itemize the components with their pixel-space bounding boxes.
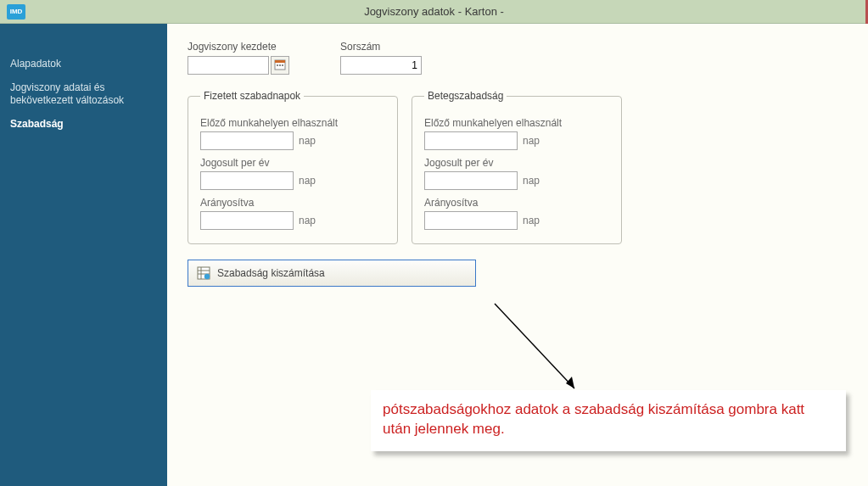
input-sick-year[interactable] [424, 171, 518, 190]
svg-rect-3 [279, 64, 281, 66]
svg-line-10 [495, 304, 574, 388]
unit-sick-year: nap [523, 175, 540, 187]
unit-sick-prev: nap [523, 135, 540, 147]
svg-marker-11 [566, 377, 574, 388]
calculate-button-label: Szabadság kiszámítása [217, 267, 325, 279]
unit-paid-prorated: nap [299, 215, 316, 226]
svg-rect-1 [275, 60, 285, 63]
sidebar-item-jogviszony-valtozasok[interactable]: Jogviszony adatai és bekövetkezett válto… [10, 76, 157, 113]
annotation-arrow-icon [490, 299, 591, 400]
svg-rect-2 [277, 64, 278, 66]
label-sorszam: Sorszám [340, 41, 422, 53]
label-sick-prev: Előző munkahelyen elhasznált [424, 117, 609, 129]
input-paid-prorated[interactable] [200, 211, 294, 230]
legend-fizetett: Fizetett szabadnapok [200, 90, 304, 102]
window-title: Jogviszony adatok - Karton - [0, 5, 868, 18]
label-sick-prorated: Arányosítva [424, 197, 609, 209]
input-paid-prev[interactable] [200, 131, 294, 150]
annotation-text: pótszabadságokhoz adatok a szabadság kis… [383, 401, 804, 437]
label-paid-year: Jogosult per év [200, 157, 385, 169]
calendar-button[interactable] [271, 56, 289, 75]
svg-rect-4 [282, 64, 283, 66]
group-fizetett-szabadnapok: Fizetett szabadnapok Előző munkahelyen e… [188, 90, 398, 244]
input-jogviszony-kezdete[interactable] [188, 56, 269, 75]
input-sorszam[interactable] [340, 56, 422, 75]
group-betegszabadsag: Betegszabadság Előző munkahelyen elhaszn… [412, 90, 622, 244]
legend-beteg: Betegszabadság [424, 90, 507, 102]
input-paid-year[interactable] [200, 171, 294, 190]
sidebar: Alapadatok Jogviszony adatai és bekövetk… [0, 24, 167, 486]
label-paid-prorated: Arányosítva [200, 197, 385, 209]
table-calc-icon [197, 266, 210, 280]
input-sick-prorated[interactable] [424, 211, 518, 230]
calendar-icon [274, 59, 286, 73]
titlebar: IMD Jogviszony adatok - Karton - [0, 0, 868, 24]
label-paid-prev: Előző munkahelyen elhasznált [200, 117, 385, 129]
unit-paid-year: nap [299, 175, 316, 187]
field-sorszam: Sorszám [340, 41, 422, 75]
svg-point-9 [204, 274, 210, 279]
annotation-note: pótszabadságokhoz adatok a szabadság kis… [371, 390, 846, 451]
unit-sick-prorated: nap [523, 215, 540, 226]
app-icon: IMD [7, 4, 25, 20]
sidebar-item-szabadsag[interactable]: Szabadság [10, 113, 157, 137]
unit-paid-prev: nap [299, 135, 316, 147]
label-jogviszony-kezdete: Jogviszony kezdete [188, 41, 289, 53]
content-area: Jogviszony kezdete [167, 24, 868, 486]
field-jogviszony-kezdete: Jogviszony kezdete [188, 41, 289, 75]
label-sick-year: Jogosult per év [424, 157, 609, 169]
calculate-button[interactable]: Szabadság kiszámítása [188, 260, 476, 287]
sidebar-item-alapadatok[interactable]: Alapadatok [10, 53, 157, 76]
input-sick-prev[interactable] [424, 131, 518, 150]
